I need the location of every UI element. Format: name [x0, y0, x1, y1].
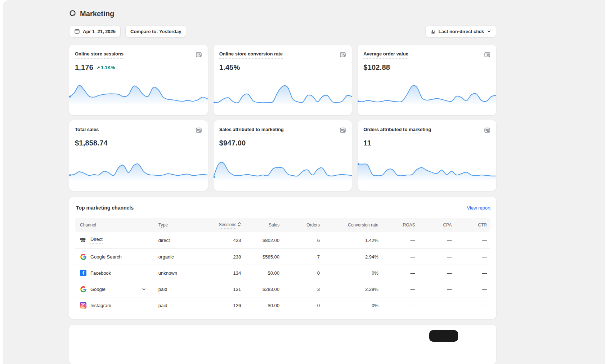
explore-report-icon[interactable]	[484, 127, 490, 134]
metric-card-orders-attributed: Orders attributed to marketing 11	[358, 120, 496, 191]
marketing-page: Marketing Apr 1–21, 2025 Compare to: Yes…	[69, 0, 496, 364]
facebook-icon	[80, 270, 86, 276]
table-header-row: Channel Type Sessions Sales Orders Conve…	[75, 218, 490, 232]
view-report-link[interactable]: View report	[467, 205, 490, 211]
sales-value: $0.00	[245, 265, 283, 281]
google-icon	[80, 253, 86, 260]
sessions-value: 126	[206, 297, 245, 313]
google-icon	[80, 286, 86, 292]
channel-type: unknown	[155, 265, 206, 281]
roas-value: —	[382, 232, 419, 249]
explore-report-icon[interactable]	[196, 51, 202, 58]
conversion-rate-value: 0%	[323, 297, 382, 313]
sparkline-chart	[214, 79, 352, 107]
column-header-sales[interactable]: Sales	[269, 223, 279, 229]
conversion-rate-value: 2.29%	[323, 281, 382, 297]
sparkline-chart	[69, 155, 208, 183]
attribution-model-dropdown[interactable]: Last non-direct click	[425, 25, 496, 37]
table-row-direct[interactable]: Direct direct 423 $802.00 6 1.42% — — —	[75, 232, 490, 249]
metric-title[interactable]: Total sales	[75, 127, 99, 134]
channel-type: paid	[155, 297, 206, 313]
conversion-rate-value: 0%	[323, 265, 382, 281]
roas-value: —	[382, 281, 419, 297]
toolbar: Apr 1–21, 2025 Compare to: Yesterday Las…	[69, 25, 496, 37]
cpa-value: —	[419, 249, 456, 265]
ctr-value: —	[455, 297, 490, 313]
table-row-google[interactable]: Google paid 131 $283.00 3 2.29% — — —	[75, 281, 490, 297]
metric-title[interactable]: Sales attributed to marketing	[219, 127, 284, 134]
sessions-value: 238	[206, 249, 245, 265]
channel-name: Direct	[90, 237, 103, 244]
table-row-facebook[interactable]: Facebook unknown 134 $0.00 0 0% — — —	[75, 265, 490, 281]
sparkline-chart	[69, 79, 208, 107]
sparkline-start-dot	[69, 96, 71, 98]
explore-report-icon[interactable]	[340, 127, 346, 134]
column-header-cpa[interactable]: CPA	[443, 223, 452, 229]
cpa-value: —	[419, 297, 456, 313]
roas-value: —	[382, 297, 419, 313]
column-header-type[interactable]: Type	[158, 223, 168, 229]
metric-title[interactable]: Online store conversion rate	[219, 51, 283, 59]
orders-value: 0	[283, 297, 323, 313]
column-header-orders[interactable]: Orders	[306, 223, 320, 229]
sparkline-start-dot	[214, 176, 215, 178]
compare-to-button[interactable]: Compare to: Yesterday	[125, 25, 186, 37]
sales-value: $0.00	[245, 297, 283, 313]
channel-name: Google Search	[90, 254, 122, 260]
sparkline-start-dot	[69, 174, 71, 176]
cpa-value: —	[419, 281, 456, 297]
conversion-rate-value: 1.42%	[323, 232, 382, 249]
metric-title[interactable]: Average order value	[363, 51, 408, 59]
page-header: Marketing	[69, 9, 496, 19]
compare-to-label: Compare to: Yesterday	[130, 29, 181, 34]
metric-value: 1,176	[75, 63, 93, 72]
marketing-target-cursor-icon	[69, 10, 77, 18]
table-row-google-search[interactable]: Google Search organic 238 $585.00 7 2.94…	[75, 249, 490, 265]
sales-value: $802.00	[245, 232, 283, 249]
column-header-conversion-rate[interactable]: Conversion rate	[348, 223, 378, 229]
channel-name: Instagram	[90, 303, 111, 308]
metric-change-badge: ↗ 1.1K%	[97, 65, 115, 70]
cpa-value: —	[419, 232, 456, 249]
expand-chevron-icon[interactable]	[142, 287, 146, 292]
channel-type: paid	[155, 281, 206, 297]
sparkline-start-dot	[214, 102, 215, 103]
explore-report-icon[interactable]	[196, 127, 202, 134]
explore-report-icon[interactable]	[484, 51, 490, 58]
sort-arrows-icon[interactable]	[238, 223, 241, 228]
sparkline-chart	[358, 155, 496, 183]
sparkline-chart	[358, 79, 496, 107]
page-title: Marketing	[80, 10, 114, 18]
date-range-button[interactable]: Apr 1–21, 2025	[69, 25, 121, 37]
attribution-model-label: Last non-direct click	[439, 29, 484, 34]
sales-value: $283.00	[245, 281, 283, 297]
bar-chart-icon	[430, 29, 436, 34]
orders-value: 7	[283, 249, 323, 265]
metric-card-online-store-sessions: Online store sessions 1,176 ↗ 1.1K%	[69, 45, 208, 115]
sessions-value: 131	[206, 281, 245, 297]
column-header-channel[interactable]: Channel	[80, 223, 96, 229]
column-header-roas[interactable]: ROAS	[403, 223, 415, 229]
sales-value: $585.00	[245, 249, 283, 265]
partial-dark-button[interactable]	[429, 330, 458, 342]
table-row-instagram[interactable]: Instagram paid 126 $0.00 0 0% — — —	[75, 297, 490, 313]
metric-card-average-order-value: Average order value $102.88	[358, 45, 496, 115]
channels-table: Channel Type Sessions Sales Orders Conve…	[75, 218, 490, 313]
metric-card-total-sales: Total sales $1,858.74	[69, 120, 208, 191]
metric-title[interactable]: Orders attributed to marketing	[363, 127, 431, 134]
channel-name: Google	[90, 287, 106, 292]
explore-report-icon[interactable]	[340, 51, 346, 58]
metric-title[interactable]: Online store sessions	[75, 51, 124, 59]
trend-up-icon: ↗	[97, 66, 100, 70]
channel-name: Facebook	[90, 270, 111, 276]
roas-value: —	[382, 265, 419, 281]
calendar-icon	[74, 28, 80, 34]
column-header-ctr[interactable]: CTR	[478, 223, 487, 229]
chevron-down-icon	[487, 29, 491, 33]
column-header-sessions[interactable]: Sessions	[219, 222, 236, 229]
metric-value: $947.00	[219, 139, 246, 147]
table-title: Top marketing channels	[76, 205, 134, 211]
ctr-value: —	[455, 265, 490, 281]
storefront-icon	[80, 237, 86, 243]
ctr-value: —	[455, 281, 490, 297]
